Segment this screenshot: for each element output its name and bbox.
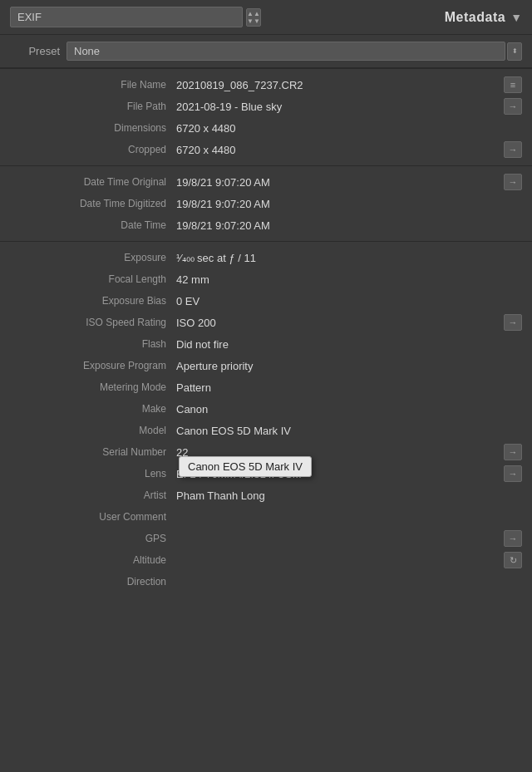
meta-value: 2021-08-19 - Blue sky [176, 101, 500, 113]
arrow-button[interactable]: → [504, 141, 522, 158]
section-file-info: File Name20210819_086_7237.CR2≡File Path… [0, 68, 532, 165]
meta-row-gps: GPS→ [0, 528, 532, 549]
meta-row-serial-number: Serial Number22→Canon EOS 5D Mark IV [0, 441, 532, 463]
meta-label: GPS [10, 533, 176, 544]
section-camera: Exposure¹⁄₄₀₀ sec at ƒ / 11Focal Length4… [0, 241, 532, 597]
arrow-button[interactable]: → [504, 530, 522, 547]
header-left: EXIF ▲ ▼ [10, 7, 261, 27]
meta-label: Focal Length [10, 273, 176, 285]
meta-value: 6720 x 4480 [176, 122, 522, 135]
arrow-icon: → [509, 145, 518, 155]
list-button[interactable]: ≡ [504, 76, 522, 93]
meta-value: 19/8/21 9:07:20 AM [176, 219, 522, 232]
meta-value: Aperture priority [176, 360, 522, 372]
meta-row-artist: ArtistPham Thanh Long [0, 484, 532, 506]
meta-label: Date Time Original [10, 176, 176, 188]
preset-label: Preset [10, 45, 60, 57]
meta-row-date-time: Date Time19/8/21 9:07:20 AM [0, 214, 532, 236]
meta-row-altitude: Altitude↻ [0, 549, 532, 571]
preset-row: Preset None ⬍ [0, 35, 532, 68]
spinner-up-icon: ▲ [247, 10, 260, 17]
meta-row-iso-speed-rating: ISO Speed RatingISO 200→ [0, 312, 532, 333]
meta-value: 20210819_086_7237.CR2 [176, 79, 500, 91]
arrow-button[interactable]: → [504, 465, 522, 482]
spinner-down-icon: ▼ [247, 17, 260, 25]
meta-row-flash: FlashDid not fire [0, 333, 532, 355]
preset-select[interactable]: None [66, 42, 505, 61]
meta-value: ISO 200 [176, 317, 500, 329]
arrow-icon: → [509, 177, 518, 187]
meta-row-user-comment: User Comment [0, 506, 532, 528]
arrow-icon: → [509, 469, 518, 479]
meta-row-direction: Direction [0, 571, 532, 593]
meta-label: Cropped [10, 144, 176, 155]
meta-label: Exposure [10, 252, 176, 263]
tooltip-popup: Canon EOS 5D Mark IV [179, 456, 312, 477]
preset-spinner[interactable]: ⬍ [507, 42, 522, 61]
metadata-chevron-icon[interactable]: ▼ [510, 11, 522, 24]
meta-row-make: MakeCanon [0, 398, 532, 420]
refresh-icon: ↻ [510, 555, 517, 566]
meta-label: Direction [10, 576, 176, 588]
meta-label: Dimensions [10, 122, 176, 134]
arrow-icon: → [509, 534, 518, 543]
arrow-icon: → [509, 447, 518, 457]
meta-value: 42 mm [176, 273, 522, 286]
meta-label: File Name [10, 79, 176, 91]
meta-value: ¹⁄₄₀₀ sec at ƒ / 11 [176, 252, 522, 264]
list-icon: ≡ [510, 80, 515, 90]
meta-row-focal-length: Focal Length42 mm [0, 268, 532, 290]
meta-value: Canon [176, 403, 522, 416]
meta-label: Exposure Program [10, 360, 176, 371]
arrow-icon: → [509, 317, 518, 327]
meta-label: Model [10, 425, 176, 436]
meta-value: Did not fire [176, 338, 522, 351]
arrow-button[interactable]: → [504, 98, 522, 115]
meta-value: Pham Thanh Long [176, 489, 522, 502]
meta-label: Altitude [10, 554, 176, 566]
exif-spinner[interactable]: ▲ ▼ [246, 8, 261, 27]
meta-label: Flash [10, 338, 176, 350]
meta-label: ISO Speed Rating [10, 317, 176, 328]
arrow-icon: → [509, 101, 518, 111]
meta-row-date-time-digitized: Date Time Digitized19/8/21 9:07:20 AM [0, 193, 532, 214]
sections-container: File Name20210819_086_7237.CR2≡File Path… [0, 68, 532, 597]
meta-row-cropped: Cropped6720 x 4480→ [0, 139, 532, 160]
meta-label: User Comment [10, 511, 176, 523]
meta-row-model: ModelCanon EOS 5D Mark IV [0, 420, 532, 441]
meta-row-date-time-original: Date Time Original19/8/21 9:07:20 AM→ [0, 171, 532, 193]
refresh-button[interactable]: ↻ [504, 552, 522, 568]
meta-value: 6720 x 4480 [176, 144, 500, 156]
preset-spinner-icon: ⬍ [512, 47, 518, 55]
meta-row-exposure: Exposure¹⁄₄₀₀ sec at ƒ / 11 [0, 247, 532, 268]
meta-value: 0 EV [176, 295, 522, 307]
arrow-button[interactable]: → [504, 174, 522, 190]
meta-row-exposure-bias: Exposure Bias0 EV [0, 290, 532, 312]
header: EXIF ▲ ▼ Metadata ▼ [0, 0, 532, 35]
meta-value: 19/8/21 9:07:20 AM [176, 198, 522, 210]
meta-row-file-name: File Name20210819_086_7237.CR2≡ [0, 74, 532, 96]
header-right: Metadata ▼ [445, 10, 522, 25]
meta-label: File Path [10, 101, 176, 112]
meta-row-exposure-program: Exposure ProgramAperture priority [0, 355, 532, 376]
meta-label: Date Time [10, 219, 176, 231]
meta-value: 19/8/21 9:07:20 AM [176, 176, 500, 189]
arrow-button[interactable]: → [504, 314, 522, 331]
meta-value: Pattern [176, 381, 522, 394]
meta-value: Canon EOS 5D Mark IV [176, 425, 522, 437]
arrow-button[interactable]: → [504, 444, 522, 460]
meta-label: Make [10, 403, 176, 415]
meta-label: Exposure Bias [10, 295, 176, 307]
exif-dropdown[interactable]: EXIF [10, 7, 243, 27]
meta-label: Artist [10, 489, 176, 501]
metadata-title: Metadata [445, 10, 505, 25]
meta-row-metering-mode: Metering ModePattern [0, 376, 532, 398]
section-datetime: Date Time Original19/8/21 9:07:20 AM→Dat… [0, 165, 532, 241]
meta-label: Serial Number [10, 446, 176, 458]
meta-row-dimensions: Dimensions6720 x 4480 [0, 117, 532, 139]
meta-label: Metering Mode [10, 381, 176, 393]
meta-label: Date Time Digitized [10, 198, 176, 209]
meta-label: Lens [10, 468, 176, 479]
meta-row-file-path: File Path2021-08-19 - Blue sky→ [0, 96, 532, 117]
